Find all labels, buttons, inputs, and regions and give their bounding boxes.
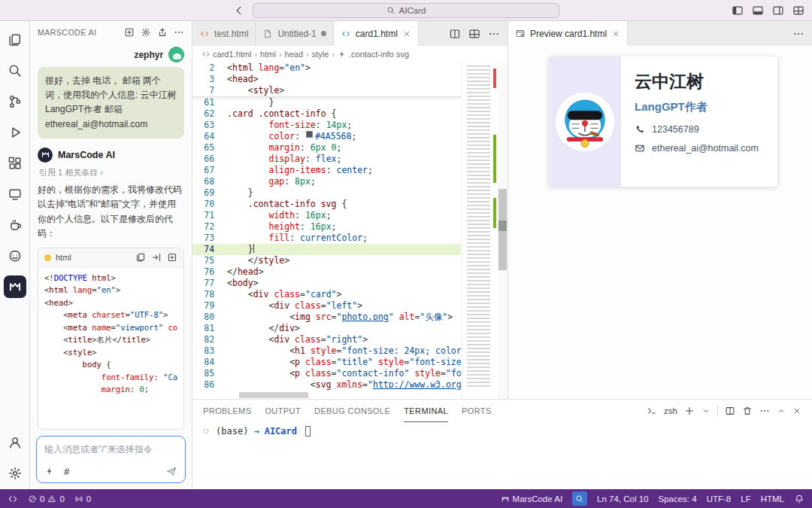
line-number: 77 xyxy=(192,278,227,289)
apply-code-icon[interactable] xyxy=(151,252,162,263)
kill-terminal-icon[interactable] xyxy=(742,406,753,416)
breadcrumb-item[interactable]: .contact-info svg xyxy=(338,50,409,59)
more-actions-icon[interactable] xyxy=(174,27,184,38)
sticky-scroll: 2<html lang="en">3<head>7 <style> xyxy=(192,62,461,97)
activity-bar xyxy=(0,21,30,489)
activity-item-gear[interactable] xyxy=(4,462,26,485)
activity-item-remote-window[interactable] xyxy=(4,183,26,205)
breadcrumb-item[interactable]: style xyxy=(312,50,329,59)
panel-tab-terminal[interactable]: TERMINAL xyxy=(404,400,448,422)
activity-item-coffee[interactable] xyxy=(4,214,26,236)
cursor-position[interactable]: Ln 74, Col 10 xyxy=(597,494,648,503)
close-tab-icon[interactable] xyxy=(611,29,620,38)
remote-search-button[interactable] xyxy=(572,491,587,506)
code-line: <head> xyxy=(44,297,177,309)
close-panel-icon[interactable] xyxy=(792,406,801,415)
indentation-status[interactable]: Spaces: 4 xyxy=(659,494,697,503)
more-actions-icon[interactable] xyxy=(488,28,500,40)
line-number: 69 xyxy=(192,187,227,199)
marscode-logo-icon xyxy=(501,494,510,503)
toggle-secondary-sidebar-icon[interactable] xyxy=(772,5,784,17)
command-center-search[interactable]: AICard xyxy=(253,3,559,18)
panel-tab-problems[interactable]: PROBLEMS xyxy=(203,400,251,422)
new-chat-icon[interactable] xyxy=(124,27,135,38)
code-editor[interactable]: 2<html lang="en">3<head>7 <style> 61 }62… xyxy=(192,62,508,399)
close-tab-icon[interactable] xyxy=(402,29,411,38)
vertical-scrollbar[interactable] xyxy=(498,62,508,399)
breadcrumb-item[interactable]: head xyxy=(285,50,303,59)
breadcrumb[interactable]: card1.html›html›head›style›.contact-info… xyxy=(192,46,508,62)
panel-tab-ports[interactable]: PORTS xyxy=(462,400,492,422)
customize-layout-icon[interactable] xyxy=(792,5,804,17)
search-icon xyxy=(386,6,395,15)
tab-untitled-1[interactable]: Untitled-1 xyxy=(256,21,333,46)
share-chat-icon[interactable] xyxy=(157,27,168,38)
shell-label[interactable]: zsh xyxy=(664,406,677,415)
chat-input[interactable]: 输入消息或者"/"来选择指令 # xyxy=(36,436,186,483)
breadcrumb-item[interactable]: html xyxy=(260,50,276,59)
line-number: 76 xyxy=(192,266,227,278)
send-message-icon[interactable] xyxy=(165,465,177,477)
panel-tab-debug-console[interactable]: DEBUG CONSOLE xyxy=(314,400,390,422)
ports-status[interactable]: 0 xyxy=(74,494,91,503)
warnings-icon xyxy=(47,494,56,503)
line-number: 81 xyxy=(192,323,227,334)
tab-card1-html[interactable]: card1.html xyxy=(334,21,419,46)
more-actions-icon[interactable] xyxy=(792,28,804,40)
minimap[interactable] xyxy=(462,62,498,399)
history-back-button[interactable] xyxy=(233,5,245,17)
activity-item-search[interactable] xyxy=(4,59,26,82)
split-terminal-icon[interactable] xyxy=(725,406,735,416)
code-line: 71 width: 16px; xyxy=(192,210,461,221)
conda-env-label: (base) xyxy=(216,426,248,437)
more-actions-icon[interactable] xyxy=(759,406,770,416)
tab-label: Untitled-1 xyxy=(277,29,316,39)
phone-icon xyxy=(635,124,645,135)
horizontal-scrollbar[interactable] xyxy=(239,392,308,398)
tab-test-html[interactable]: test.html xyxy=(192,21,256,46)
split-editor-icon[interactable] xyxy=(449,28,461,40)
code-line: 66 display: flex; xyxy=(192,154,461,165)
breadcrumb-item[interactable]: card1.html xyxy=(201,50,251,59)
copy-code-icon[interactable] xyxy=(135,252,146,263)
activity-item-feedback[interactable] xyxy=(4,245,26,267)
card-name: 云中江树 xyxy=(635,70,771,93)
language-mode[interactable]: HTML xyxy=(761,494,784,503)
cwd-label: AICard xyxy=(265,426,297,437)
toggle-panel-icon[interactable] xyxy=(752,5,764,17)
code-line: <title>名片</title> xyxy=(44,333,177,346)
commands-icon[interactable] xyxy=(44,466,55,476)
encoding-status[interactable]: UTF-8 xyxy=(707,494,732,503)
remote-indicator-icon[interactable] xyxy=(8,494,18,504)
line-number: 61 xyxy=(192,97,227,108)
panel-tab-output[interactable]: OUTPUT xyxy=(265,400,301,422)
marscode-status[interactable]: MarsCode AI xyxy=(501,494,562,503)
chat-code-block: html <!DOCTYPE html><html lang="en"><hea… xyxy=(38,248,184,430)
problems-status[interactable]: 0 0 xyxy=(28,494,65,503)
line-number: 79 xyxy=(192,300,227,312)
activity-item-files[interactable] xyxy=(4,29,26,51)
context-hash-button[interactable]: # xyxy=(64,466,69,477)
activity-item-extensions[interactable] xyxy=(4,152,26,175)
maximize-panel-icon[interactable] xyxy=(777,406,786,415)
line-number: 71 xyxy=(192,210,227,221)
tab-preview[interactable]: Preview card1.html xyxy=(508,21,628,46)
code-line: 2<html lang="en"> xyxy=(192,62,461,74)
editor-layout-icon[interactable] xyxy=(468,28,480,40)
notifications-icon[interactable] xyxy=(794,494,804,504)
chat-settings-icon[interactable] xyxy=(141,27,151,38)
activity-item-account[interactable] xyxy=(4,431,26,454)
new-terminal-icon[interactable] xyxy=(684,406,695,416)
activity-item-scm[interactable] xyxy=(4,90,26,113)
color-swatch xyxy=(306,131,313,138)
terminal[interactable]: (base) → AICard xyxy=(192,422,812,489)
breadcrumb-separator: › xyxy=(330,50,336,59)
activity-item-debug[interactable] xyxy=(4,121,26,144)
toggle-sidebar-icon[interactable] xyxy=(732,5,744,17)
marscode-logo-icon xyxy=(38,148,53,163)
insert-code-icon[interactable] xyxy=(167,252,177,263)
activity-item-marscode[interactable] xyxy=(4,275,26,298)
terminal-dropdown-icon[interactable] xyxy=(701,406,710,415)
eol-status[interactable]: LF xyxy=(741,494,750,503)
reference-link[interactable]: 引用 1 相关条目 › xyxy=(39,167,184,178)
